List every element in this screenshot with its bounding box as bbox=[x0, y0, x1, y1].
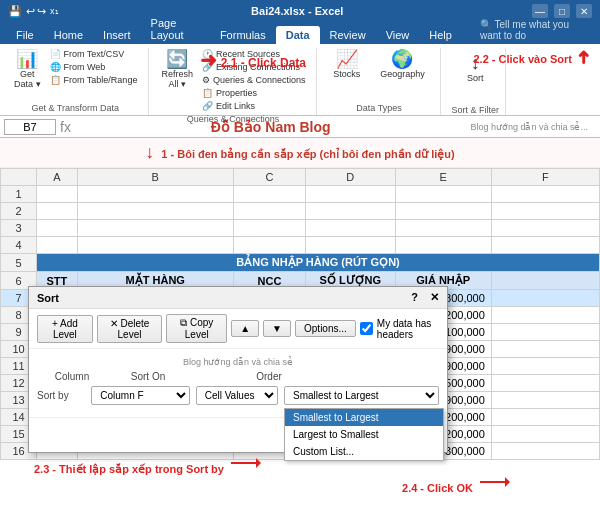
sort-column-select[interactable]: Column F bbox=[91, 386, 189, 405]
queries-connections-button[interactable]: ⚙ Queries & Connections bbox=[199, 74, 309, 86]
sort-button[interactable]: ↕️ Sort bbox=[461, 52, 489, 85]
get-data-label: Get & Transform Data bbox=[10, 101, 140, 113]
sort-close-button[interactable]: ✕ bbox=[430, 291, 439, 304]
redo-icon[interactable]: ↪ bbox=[37, 5, 46, 18]
sort-dialog-body: Blog hướng dẫn và chia sẻ Column Sort On… bbox=[29, 349, 447, 417]
order-dropdown-list: Smallest to Largest Largest to Smallest … bbox=[284, 408, 444, 461]
col-b-header: B bbox=[77, 169, 233, 186]
from-web-button[interactable]: 🌐 From Web bbox=[47, 61, 141, 73]
data-types-group: 📈 Stocks 🌍 Geography Data Types bbox=[321, 48, 441, 115]
tab-formulas[interactable]: Formulas bbox=[210, 26, 276, 44]
sort-dialog-toolbar: + Add Level ✕ Delete Level ⧉ Copy Level … bbox=[29, 309, 447, 349]
my-data-headers-checkbox[interactable] bbox=[360, 322, 373, 335]
copy-level-button[interactable]: ⧉ Copy Level bbox=[166, 314, 227, 343]
order-select[interactable]: Smallest to Largest Largest to Smallest … bbox=[284, 386, 439, 405]
tab-search[interactable]: 🔍 Tell me what you want to do bbox=[470, 16, 600, 44]
undo-icon[interactable]: ↩ bbox=[26, 5, 35, 18]
col-f-header: F bbox=[491, 169, 599, 186]
quick-save-icon[interactable]: 💾 bbox=[8, 5, 22, 18]
properties-button[interactable]: 📋 Properties bbox=[199, 87, 309, 99]
tab-review[interactable]: Review bbox=[320, 26, 376, 44]
col-e-header: E bbox=[395, 169, 491, 186]
tab-help[interactable]: Help bbox=[419, 26, 462, 44]
table-row: 2 bbox=[1, 203, 600, 220]
ribbon: 📊 Get Data ▾ 📄 From Text/CSV 🌐 From Web … bbox=[0, 44, 600, 116]
col-c-header: C bbox=[233, 169, 305, 186]
tab-data[interactable]: Data bbox=[276, 26, 320, 44]
tab-view[interactable]: View bbox=[376, 26, 420, 44]
blog-subtitle: Blog hướng dẫn và chia sẻ... bbox=[470, 122, 588, 132]
annotation-24: 2.4 - Click OK bbox=[402, 472, 510, 494]
table-row: 1 bbox=[1, 186, 600, 203]
order-option-largest[interactable]: Largest to Smallest bbox=[285, 426, 443, 443]
refresh-all-button[interactable]: 🔄 Refresh All ▾ bbox=[157, 48, 197, 91]
subscript-icon: x₁ bbox=[50, 6, 59, 16]
get-data-button[interactable]: 📊 Get Data ▾ bbox=[10, 48, 45, 91]
sort-on-select[interactable]: Cell Values bbox=[196, 386, 278, 405]
tab-file[interactable]: File bbox=[6, 26, 44, 44]
my-data-headers: My data has headers bbox=[360, 318, 439, 340]
annotation-top: ↓ 1 - Bôi đen bảng cần sắp xếp (chỉ bôi … bbox=[0, 138, 600, 168]
queries-label: Queries & Connections bbox=[157, 112, 308, 124]
col-a-header: A bbox=[37, 169, 78, 186]
cell-reference[interactable] bbox=[4, 119, 56, 135]
sort-label: Sort & Filter bbox=[451, 103, 499, 115]
get-data-group: 📊 Get Data ▾ 📄 From Text/CSV 🌐 From Web … bbox=[6, 48, 149, 115]
sort-dialog-title: Sort ? ✕ bbox=[29, 287, 447, 309]
up-arrow-button[interactable]: ▲ bbox=[231, 320, 259, 337]
formula-divider: fx bbox=[60, 119, 71, 135]
table-title-row: 5 BẢNG NHẬP HÀNG (RÚT GỌN) bbox=[1, 254, 600, 272]
from-text-csv-button[interactable]: 📄 From Text/CSV bbox=[47, 48, 141, 60]
existing-connections-button[interactable]: 🔗 Existing Connections bbox=[199, 61, 309, 73]
blog-in-dialog: Blog hướng dẫn và chia sẻ bbox=[37, 357, 439, 367]
table-row: 4 bbox=[1, 237, 600, 254]
recent-sources-button[interactable]: 🕐 Recent Sources bbox=[199, 48, 309, 60]
tab-home[interactable]: Home bbox=[44, 26, 93, 44]
order-option-custom[interactable]: Custom List... bbox=[285, 443, 443, 460]
sort-columns-row: Column Sort On Order bbox=[37, 371, 439, 382]
ribbon-tabs: File Home Insert Page Layout Formulas Da… bbox=[0, 22, 600, 44]
edit-links-button[interactable]: 🔗 Edit Links bbox=[199, 100, 309, 112]
col-d-header: D bbox=[305, 169, 395, 186]
sort-help-button[interactable]: ? bbox=[411, 291, 418, 304]
table-row: 3 bbox=[1, 220, 600, 237]
geography-button[interactable]: 🌍 Geography bbox=[376, 48, 429, 81]
order-dropdown-wrap: Smallest to Largest Largest to Smallest … bbox=[284, 386, 439, 405]
svg-marker-3 bbox=[505, 477, 510, 487]
sort-by-row: Sort by Column F Cell Values Smallest to… bbox=[37, 386, 439, 405]
add-level-button[interactable]: + Add Level bbox=[37, 315, 93, 343]
row-col-header bbox=[1, 169, 37, 186]
sort-dialog: Sort ? ✕ + Add Level ✕ Delete Level ⧉ Co… bbox=[28, 286, 448, 453]
sort-group: ↕️ Sort Sort & Filter bbox=[445, 48, 506, 115]
from-table-button[interactable]: 📋 From Table/Range bbox=[47, 74, 141, 86]
down-arrow-button[interactable]: ▼ bbox=[263, 320, 291, 337]
spreadsheet-area: A B C D E F 1 2 3 4 5 BẢNG NHẬP HÀNG (RÚ… bbox=[0, 168, 600, 515]
tab-insert[interactable]: Insert bbox=[93, 26, 141, 44]
queries-connections-group: 🔄 Refresh All ▾ 🕐 Recent Sources 🔗 Exist… bbox=[153, 48, 317, 115]
options-button[interactable]: Options... bbox=[295, 320, 356, 337]
order-option-smallest[interactable]: Smallest to Largest bbox=[285, 409, 443, 426]
tab-page-layout[interactable]: Page Layout bbox=[141, 14, 210, 44]
data-types-label: Data Types bbox=[325, 101, 432, 113]
window-title: Bai24.xlsx - Excel bbox=[63, 5, 533, 17]
stocks-button[interactable]: 📈 Stocks bbox=[329, 48, 364, 81]
delete-level-button[interactable]: ✕ Delete Level bbox=[97, 315, 163, 343]
